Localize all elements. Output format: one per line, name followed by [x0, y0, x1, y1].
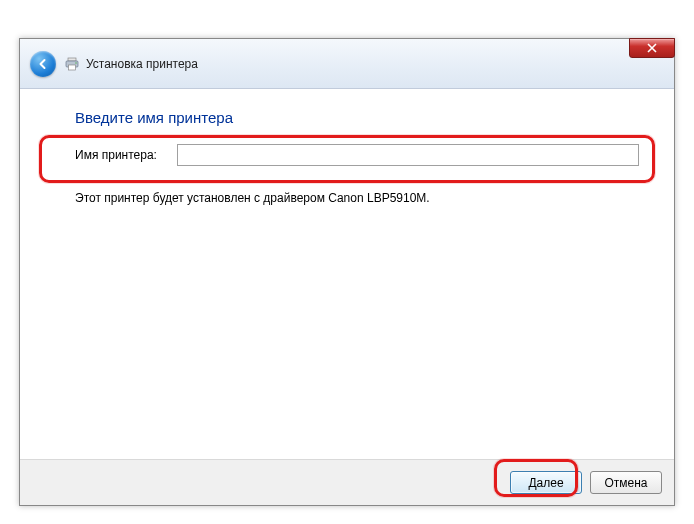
back-button[interactable]: [30, 51, 56, 77]
cancel-button[interactable]: Отмена: [590, 471, 662, 494]
next-button[interactable]: Далее: [510, 471, 582, 494]
printer-icon: [64, 56, 80, 72]
svg-rect-0: [68, 58, 76, 61]
svg-point-3: [75, 62, 76, 63]
wizard-window: Установка принтера Введите имя принтера …: [19, 38, 675, 506]
svg-rect-2: [69, 65, 76, 70]
content-area: Введите имя принтера Имя принтера: Этот …: [20, 89, 674, 205]
driver-info-text: Этот принтер будет установлен с драйверо…: [75, 191, 639, 205]
printer-name-label: Имя принтера:: [75, 148, 165, 162]
window-title: Установка принтера: [86, 57, 198, 71]
arrow-left-icon: [36, 57, 50, 71]
footer: Далее Отмена: [20, 459, 674, 505]
page-heading: Введите имя принтера: [75, 109, 639, 126]
printer-name-row: Имя принтера:: [75, 144, 639, 166]
titlebar: Установка принтера: [20, 39, 674, 89]
printer-name-input[interactable]: [177, 144, 639, 166]
close-icon: [647, 43, 657, 53]
close-button[interactable]: [629, 38, 675, 58]
